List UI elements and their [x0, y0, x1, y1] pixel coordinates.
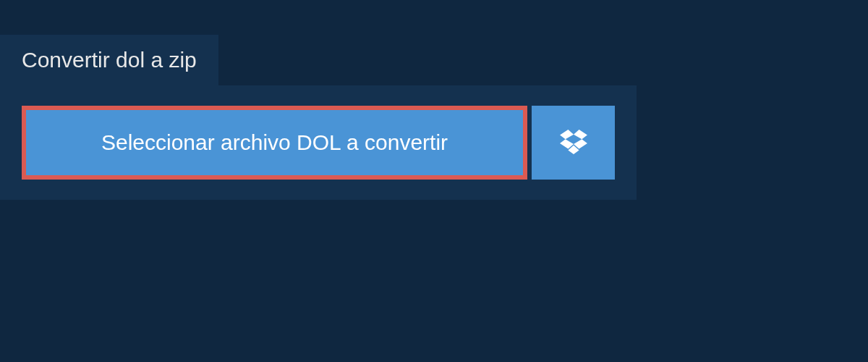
select-file-button[interactable]: Seleccionar archivo DOL a convertir — [22, 106, 527, 180]
tab-convert[interactable]: Convertir dol a zip — [0, 35, 218, 85]
select-file-label: Seleccionar archivo DOL a convertir — [101, 130, 448, 155]
tab-label: Convertir dol a zip — [22, 48, 197, 72]
dropbox-icon — [560, 130, 587, 156]
upload-panel: Seleccionar archivo DOL a convertir — [0, 85, 637, 200]
dropbox-button[interactable] — [532, 106, 615, 180]
